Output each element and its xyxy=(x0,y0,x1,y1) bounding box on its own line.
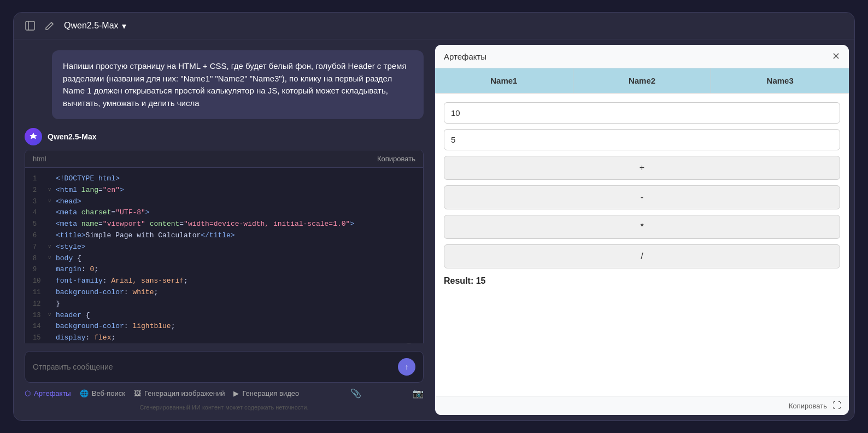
calc-nav-name2[interactable]: Name2 xyxy=(573,68,712,93)
model-selector-button[interactable]: Qwen2.5-Max ▾ xyxy=(64,21,126,31)
artifact-title: Артефакты xyxy=(444,52,486,61)
code-line: 8 v body { xyxy=(25,253,423,265)
artifact-footer: Копировать ⛶ xyxy=(435,396,849,415)
image-icon: 🖼 xyxy=(134,389,141,397)
calc-input1[interactable] xyxy=(444,102,840,124)
chevron-down-icon: ▾ xyxy=(122,21,126,31)
code-line: 14 background-color: lightblue; xyxy=(25,321,423,332)
ai-message-header: Qwen2.5-Max xyxy=(25,128,424,145)
code-block: html Копировать 1 <!DOCTYPE html> 2 xyxy=(25,150,424,343)
artifact-expand-button[interactable]: ⛶ xyxy=(832,401,841,411)
disclaimer-text: Сгенерированный ИИ контент может содержа… xyxy=(25,404,424,414)
ai-avatar xyxy=(25,128,42,145)
calc-mul-button[interactable]: * xyxy=(444,215,840,239)
chat-input-row: ↑ xyxy=(25,351,424,383)
artifact-content: Name1 Name2 Name3 + - * / Result: 15 xyxy=(435,68,849,396)
calc-nav-name3[interactable]: Name3 xyxy=(711,68,849,93)
toolbar-artifacts-button[interactable]: ⬡ Артефакты xyxy=(25,389,71,397)
camera-button[interactable]: 📷 xyxy=(413,388,424,399)
calc-add-button[interactable]: + xyxy=(444,156,840,180)
calc-sub-button[interactable]: - xyxy=(444,185,840,209)
code-line: 4 <meta charset="UTF-8"> xyxy=(25,207,423,219)
calc-body: + - * / Result: 15 xyxy=(435,93,849,297)
globe-icon: 🌐 xyxy=(80,389,89,397)
artifacts-label: Артефакты xyxy=(34,389,71,397)
code-line: 3 v <head> xyxy=(25,196,423,208)
code-line: 2 v <html lang="en"> xyxy=(25,185,423,196)
main-content: Напиши простую страницу на HTML + CSS, г… xyxy=(14,39,854,420)
imagegen-label: Генерация изображений xyxy=(144,389,225,397)
videogen-label: Генерация видео xyxy=(242,389,299,397)
artifact-panel: Артефакты ✕ Name1 Name2 Name3 + - * xyxy=(435,45,849,415)
app-container: Qwen2.5-Max ▾ Напиши простую страницу на… xyxy=(13,12,855,421)
code-line: 12 } xyxy=(25,299,423,310)
code-line: 7 v <style> xyxy=(25,242,423,253)
chat-input[interactable] xyxy=(33,362,392,371)
code-line: 5 <meta name="viewport" content="width=d… xyxy=(25,219,423,230)
code-line: 15 display: flex; xyxy=(25,332,423,343)
toolbar-imagegen-button[interactable]: 🖼 Генерация изображений xyxy=(134,389,225,397)
ai-message: Qwen2.5-Max html Копировать 1 <!DOC xyxy=(25,128,424,343)
top-bar: Qwen2.5-Max ▾ xyxy=(14,13,854,39)
chat-panel: Напиши простую страницу на HTML + CSS, г… xyxy=(14,39,435,420)
chat-messages: Напиши простую страницу на HTML + CSS, г… xyxy=(25,50,424,343)
calc-result: Result: 15 xyxy=(444,274,840,288)
code-line: 1 <!DOCTYPE html> xyxy=(25,173,423,185)
svg-rect-0 xyxy=(26,21,34,30)
calc-nav-name1[interactable]: Name1 xyxy=(435,68,573,93)
video-icon: ▶ xyxy=(233,389,239,397)
artifact-close-button[interactable]: ✕ xyxy=(832,51,840,61)
artifacts-icon: ⬡ xyxy=(25,389,31,397)
attach-button[interactable]: 📎 xyxy=(350,388,361,399)
websearch-label: Веб-поиск xyxy=(92,389,125,397)
code-language-label: html xyxy=(33,155,46,163)
artifact-header: Артефакты ✕ xyxy=(435,45,849,68)
sidebar-toggle-button[interactable] xyxy=(25,20,36,31)
calc-nav: Name1 Name2 Name3 xyxy=(435,68,849,93)
code-line: 6 <title>Simple Page with Calculator</ti… xyxy=(25,230,423,242)
code-block-header: html Копировать xyxy=(25,150,423,168)
artifact-copy-button[interactable]: Копировать xyxy=(789,402,827,410)
model-name-label: Qwen2.5-Max xyxy=(64,21,119,31)
send-button[interactable]: ↑ xyxy=(398,358,415,376)
user-message-text: Напиши простую страницу на HTML + CSS, г… xyxy=(63,61,407,108)
copy-code-button[interactable]: Копировать xyxy=(377,155,415,163)
code-line: 11 background-color: white; xyxy=(25,287,423,299)
new-chat-button[interactable] xyxy=(44,20,55,31)
toolbar-websearch-button[interactable]: 🌐 Веб-поиск xyxy=(80,389,125,397)
calculator-preview: Name1 Name2 Name3 + - * / Result: 15 xyxy=(435,68,849,396)
code-line: 10 font-family: Arial, sans-serif; xyxy=(25,276,423,287)
toolbar-videogen-button[interactable]: ▶ Генерация видео xyxy=(233,389,299,397)
chat-input-area: ↑ ⬡ Артефакты 🌐 Веб-поиск 🖼 Генерация из… xyxy=(25,343,424,420)
user-message: Напиши простую страницу на HTML + CSS, г… xyxy=(52,50,424,119)
calc-div-button[interactable]: / xyxy=(444,244,840,268)
code-line: 9 margin: 0; xyxy=(25,264,423,276)
code-body: 1 <!DOCTYPE html> 2 v <html lang="en"> 3 xyxy=(25,168,423,343)
calc-input2[interactable] xyxy=(444,129,840,150)
toolbar-row: ⬡ Артефакты 🌐 Веб-поиск 🖼 Генерация изоб… xyxy=(25,388,424,399)
ai-name-label: Qwen2.5-Max xyxy=(48,132,96,141)
code-line: 13 v header { xyxy=(25,310,423,321)
